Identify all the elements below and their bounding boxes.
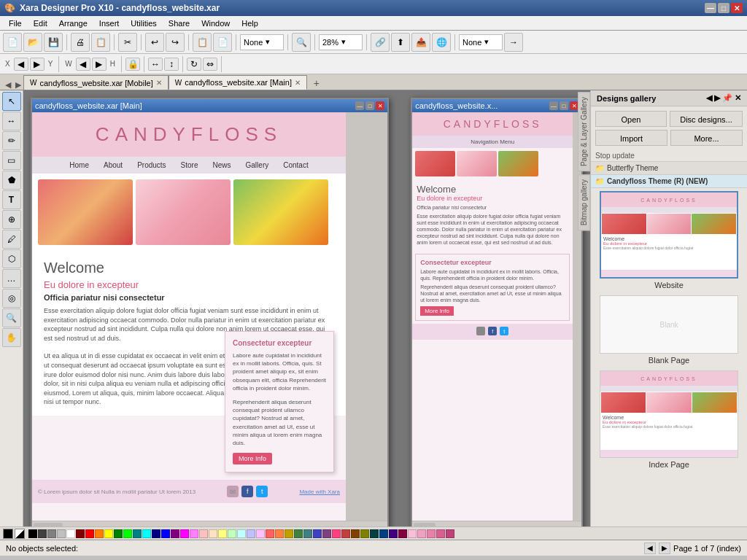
email-icon[interactable]: ✉ [227,486,239,497]
color-swatch-7[interactable] [95,529,104,538]
doc-mobile-minimize[interactable]: — [549,101,558,110]
color-swatch-0[interactable] [28,529,37,538]
gallery-img-website[interactable]: CANDYFLOSS Welcome Eu dolore in excepteu… [600,191,738,279]
doc-main-close[interactable]: ✕ [376,101,384,110]
tab-mobile[interactable]: W candyfloss_website.xar [Mobile] ✕ [23,75,169,90]
popup-more-btn[interactable]: More Info [233,453,272,464]
color-swatch-18[interactable] [199,529,208,538]
color-swatch-4[interactable] [66,529,75,538]
nav-store[interactable]: Store [181,161,198,169]
tool-ellipse[interactable]: ⬟ [2,171,21,190]
color-swatch-29[interactable] [303,529,312,538]
tab-add-button[interactable]: + [310,77,323,90]
tab-main[interactable]: W candyfloss_website.xar [Main] ✕ [169,75,307,90]
color-swatch-2[interactable] [47,529,56,538]
color-swatch-39[interactable] [398,529,407,538]
gallery-disc-btn[interactable]: Disc designs... [670,111,743,127]
copy-button[interactable]: 📋 [193,33,212,52]
color-swatch-20[interactable] [218,529,227,538]
x-dec[interactable]: ◀ [14,58,28,71]
scrollbar-h-thumb[interactable] [34,523,63,527]
tool-blend[interactable]: … [2,269,21,288]
gallery-img-blank[interactable]: Blank [600,295,738,354]
doc-main-maximize[interactable]: □ [365,101,374,110]
mirror-btn[interactable]: ⇔ [203,58,217,71]
color-swatch-23[interactable] [247,529,255,538]
twitter-icon[interactable]: t [256,486,268,497]
menu-item-share[interactable]: Share [163,18,196,29]
w-dec[interactable]: ◀ [76,58,90,71]
arrow-button[interactable]: → [504,33,523,52]
doc-main-minimize[interactable]: — [355,101,364,110]
color-swatch-3[interactable] [57,529,66,538]
tool-contour[interactable]: ◎ [2,289,21,308]
tool-fill[interactable]: ⊕ [2,210,21,229]
color-swatch-38[interactable] [389,529,398,538]
status-icon2[interactable]: ▶ [659,542,670,554]
color-swatch-5[interactable] [76,529,85,538]
color-swatch-14[interactable] [161,529,170,538]
gallery-nav-right[interactable]: ▶ [714,93,720,103]
print2-button[interactable]: 📋 [91,33,110,52]
color-swatch-41[interactable] [417,529,426,538]
color-swatch-36[interactable] [370,529,379,538]
color-swatch-37[interactable] [379,529,388,538]
color-swatch-43[interactable] [436,529,445,538]
zoom-dropdown[interactable]: 28%▾ [319,34,363,50]
scrollbar-h-mobile[interactable] [412,521,581,526]
scrollbar-h-mobile-thumb[interactable] [414,523,436,527]
style-dropdown[interactable]: None▾ [240,34,284,50]
nav-home[interactable]: Home [69,161,89,169]
menu-item-window[interactable]: Window [196,18,236,29]
tool-shadow[interactable]: ⬡ [2,249,21,268]
flip-h[interactable]: ↔ [148,58,163,71]
color-spectrum[interactable] [15,529,25,539]
tool-push[interactable]: ✋ [2,328,21,347]
color-swatch-24[interactable] [256,529,265,538]
tool-node[interactable]: ↔ [2,112,21,131]
menu-item-utilities[interactable]: Utilities [125,18,162,29]
tool-freehand[interactable]: ✏ [2,131,21,150]
maximize-button[interactable]: □ [718,3,729,13]
menu-item-help[interactable]: Help [236,18,264,29]
gallery-import-btn[interactable]: Import [595,130,667,146]
minimize-button[interactable]: — [705,3,716,13]
print-button[interactable]: 🖨 [71,33,90,52]
web-button[interactable]: 🌐 [432,33,451,52]
color-swatch-17[interactable] [190,529,198,538]
color-swatch-35[interactable] [360,529,369,538]
color-swatch-40[interactable] [408,529,417,538]
color-swatch-26[interactable] [275,529,284,538]
color-swatch-42[interactable] [427,529,436,538]
tab-left-arrow[interactable]: ◀ [3,80,13,90]
share-button[interactable]: ⬆ [391,33,410,52]
color-swatch-12[interactable] [142,529,151,538]
w-inc[interactable]: ▶ [92,58,107,71]
color-swatch-34[interactable] [351,529,360,538]
status-icon1[interactable]: ◀ [644,542,656,554]
x-inc[interactable]: ▶ [30,58,44,71]
color-swatch-8[interactable] [104,529,113,538]
gallery-img-index[interactable]: CANDYFLOSS Welcome Eu dolore in excepteu… [600,370,738,458]
tool-rect[interactable]: ▭ [2,151,21,170]
footer-link[interactable]: Made with Xara [299,489,340,495]
color-swatch-9[interactable] [114,529,123,538]
color-swatch-31[interactable] [322,529,331,538]
open-button[interactable]: 📂 [23,33,42,52]
color-swatch-33[interactable] [341,529,350,538]
nav-products[interactable]: Products [137,161,166,169]
color-swatch-30[interactable] [313,529,322,538]
color-swatch-6[interactable] [85,529,94,538]
flip-v[interactable]: ↕ [164,58,179,71]
doc-mobile-maximize[interactable]: □ [560,101,568,110]
gallery-pin[interactable]: 📌 [722,93,732,103]
nav-about[interactable]: About [104,161,123,169]
gallery-open-btn[interactable]: Open [595,111,667,127]
link-button[interactable]: 🔗 [371,33,390,52]
zoom-in-button[interactable]: 🔍 [292,33,311,52]
nav-contact[interactable]: Contact [283,161,308,169]
facebook-icon[interactable]: f [241,486,253,497]
redo-button[interactable]: ↪ [166,33,185,52]
color-swatch-28[interactable] [294,529,303,538]
bitmap-gallery-tab[interactable]: Bitmap gallery [578,174,590,230]
